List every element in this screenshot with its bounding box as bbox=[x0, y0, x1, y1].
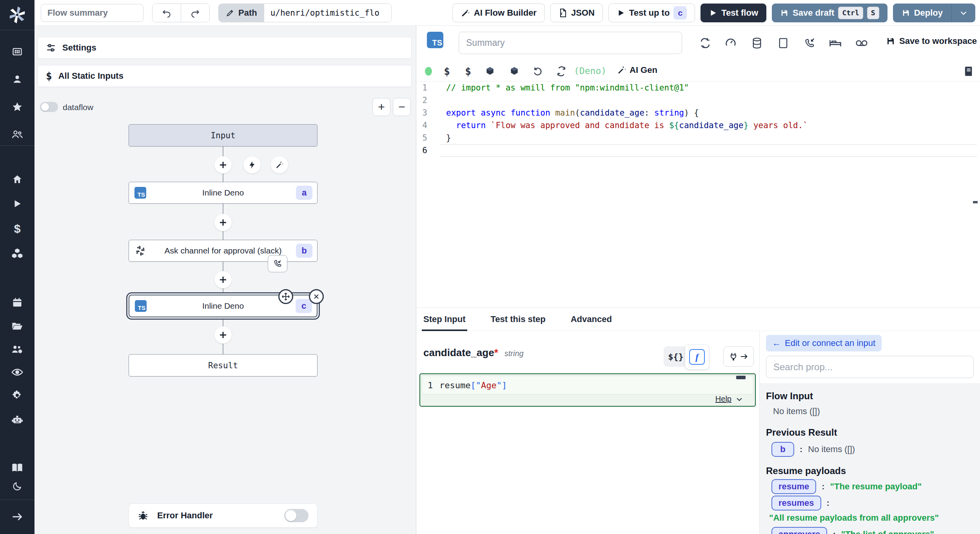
zoom-in-button[interactable]: + bbox=[372, 98, 390, 116]
mock-tape-icon[interactable] bbox=[853, 34, 870, 52]
windmill-logo[interactable] bbox=[0, 0, 34, 30]
all-static-inputs-row[interactable]: $ All Static Inputs bbox=[38, 65, 412, 87]
suspend-phone-badge[interactable] bbox=[268, 255, 287, 272]
package-icon[interactable] bbox=[482, 63, 498, 79]
code-line[interactable]: 2 bbox=[416, 94, 980, 107]
flow-node-result[interactable]: Result bbox=[129, 354, 318, 377]
users-icon[interactable] bbox=[9, 127, 25, 142]
ai-gen-button[interactable]: AI Gen bbox=[617, 65, 657, 75]
connect-input-button[interactable] bbox=[723, 346, 754, 367]
arrow-right-icon bbox=[740, 352, 748, 361]
resources-cubes-icon[interactable] bbox=[9, 246, 25, 261]
user-icon[interactable] bbox=[9, 71, 25, 87]
groups-gear-icon[interactable] bbox=[9, 341, 25, 357]
expr-line-number: 1 bbox=[428, 380, 439, 390]
edit-or-connect-button[interactable]: ← Edit or connect an input bbox=[766, 335, 882, 351]
path-button[interactable]: Path bbox=[219, 4, 264, 22]
dataflow-toggle[interactable] bbox=[40, 102, 58, 112]
delete-node-button[interactable] bbox=[309, 289, 324, 304]
app-grid-icon[interactable] bbox=[9, 44, 25, 60]
suspend-phone-icon[interactable] bbox=[801, 34, 818, 52]
flow-node-b[interactable]: Ask channel for approval (slack) b bbox=[129, 240, 318, 262]
add-step-button[interactable] bbox=[214, 156, 232, 174]
add-step-button[interactable] bbox=[214, 326, 232, 344]
test-up-to-button[interactable]: Test up to c bbox=[608, 4, 695, 22]
concurrency-square-icon[interactable] bbox=[775, 34, 792, 52]
undo-rotate-icon[interactable] bbox=[530, 63, 546, 79]
prop-badge-b[interactable]: b bbox=[771, 442, 794, 457]
help-toggle[interactable]: Help bbox=[715, 395, 743, 404]
dollar-icon[interactable]: $ bbox=[439, 63, 455, 79]
typescript-icon: TS bbox=[134, 187, 146, 199]
flow-settings-row[interactable]: Settings bbox=[38, 37, 412, 59]
cache-database-icon[interactable] bbox=[748, 34, 766, 52]
folders-icon[interactable] bbox=[9, 318, 25, 334]
undo-button[interactable] bbox=[152, 4, 181, 22]
sleep-bed-icon[interactable] bbox=[827, 34, 844, 52]
search-prop-input[interactable] bbox=[766, 356, 974, 378]
ai-flow-builder-button[interactable]: AI Flow Builder bbox=[452, 4, 545, 22]
play-icon bbox=[709, 9, 717, 17]
ai-suggest-button[interactable] bbox=[271, 156, 288, 174]
deploy-more-button[interactable] bbox=[951, 4, 975, 22]
tab-test-this-step[interactable]: Test this step bbox=[491, 308, 546, 331]
prop-badge-resumes[interactable]: resumes bbox=[771, 496, 821, 510]
tab-step-input[interactable]: Step Input bbox=[423, 308, 466, 331]
docs-book-icon[interactable] bbox=[9, 460, 25, 476]
runs-play-icon[interactable] bbox=[9, 196, 25, 212]
zoom-out-button[interactable]: − bbox=[393, 98, 411, 116]
retry-icon[interactable] bbox=[697, 34, 714, 52]
flow-summary-input[interactable] bbox=[41, 4, 143, 22]
variables-dollar-icon[interactable]: $ bbox=[9, 221, 25, 237]
code-line[interactable]: 6 bbox=[416, 144, 980, 157]
undo-redo-group bbox=[152, 4, 210, 22]
home-icon[interactable] bbox=[9, 172, 25, 187]
save-to-workspace-button[interactable]: Save to workspace bbox=[886, 36, 977, 46]
error-handler-toggle[interactable] bbox=[284, 509, 309, 522]
save-draft-button[interactable]: Save draft Ctrl S bbox=[772, 4, 887, 22]
deploy-button-group: Deploy bbox=[893, 4, 975, 22]
test-flow-button[interactable]: Test flow bbox=[701, 4, 766, 22]
redo-button[interactable] bbox=[181, 4, 209, 22]
flow-node-a[interactable]: TS Inline Deno a bbox=[129, 182, 318, 204]
template-mode-option[interactable]: ${} bbox=[664, 346, 688, 367]
star-icon[interactable] bbox=[9, 99, 25, 115]
move-node-handle[interactable] bbox=[278, 289, 293, 304]
dollar-variable-icon[interactable]: $ bbox=[460, 63, 476, 79]
step-summary-input[interactable] bbox=[459, 32, 682, 54]
refresh-icon[interactable] bbox=[554, 63, 569, 79]
workers-robot-icon[interactable] bbox=[9, 412, 25, 427]
library-book-icon[interactable] bbox=[960, 63, 976, 79]
flow-node-c-selected[interactable]: TS Inline Deno c bbox=[129, 295, 318, 317]
expression-editor[interactable]: 1 resume["Age"] Help bbox=[419, 373, 756, 407]
node-c-step-badge: c bbox=[296, 299, 312, 313]
language-label[interactable]: (Deno) bbox=[574, 66, 606, 76]
flow-node-input[interactable]: Input bbox=[129, 124, 318, 147]
schedules-calendar-icon[interactable] bbox=[9, 295, 25, 310]
code-line[interactable]: 4 return `Flow was approved and candidat… bbox=[416, 119, 980, 132]
dark-mode-moon-icon[interactable] bbox=[9, 478, 25, 494]
json-button[interactable]: JSON bbox=[550, 4, 603, 22]
error-handler-card[interactable]: Error Handler bbox=[129, 503, 318, 528]
expr-scrollbar[interactable] bbox=[736, 376, 746, 379]
timeout-gauge-icon[interactable] bbox=[722, 34, 739, 52]
settings-gear-icon[interactable] bbox=[9, 387, 25, 403]
flow-input-value: No items ([]) bbox=[773, 406, 820, 416]
path-value-input[interactable]: u/henri/optimistic_flo bbox=[264, 4, 391, 22]
code-line[interactable]: 3export async function main(candidate_ag… bbox=[416, 107, 980, 119]
trigger-bolt-button[interactable] bbox=[243, 156, 261, 174]
package-filled-icon[interactable] bbox=[506, 63, 522, 79]
code-editor[interactable]: 1// import * as wmill from "npm:windmill… bbox=[416, 81, 980, 308]
code-line[interactable]: 5} bbox=[416, 132, 980, 144]
expression-line[interactable]: 1 resume["Age"] bbox=[422, 376, 753, 395]
tab-advanced[interactable]: Advanced bbox=[571, 308, 612, 331]
add-step-button[interactable] bbox=[214, 214, 232, 231]
prop-badge-approvers[interactable]: approvers bbox=[771, 527, 827, 534]
audit-eye-icon[interactable] bbox=[9, 364, 25, 380]
deploy-button[interactable]: Deploy bbox=[893, 4, 951, 22]
add-step-button[interactable] bbox=[214, 271, 232, 288]
code-line[interactable]: 1// import * as wmill from "npm:windmill… bbox=[416, 81, 980, 94]
prop-badge-resume[interactable]: resume bbox=[771, 479, 816, 494]
expand-arrow-icon[interactable] bbox=[9, 509, 25, 525]
expression-mode-option[interactable]: f bbox=[685, 344, 709, 369]
